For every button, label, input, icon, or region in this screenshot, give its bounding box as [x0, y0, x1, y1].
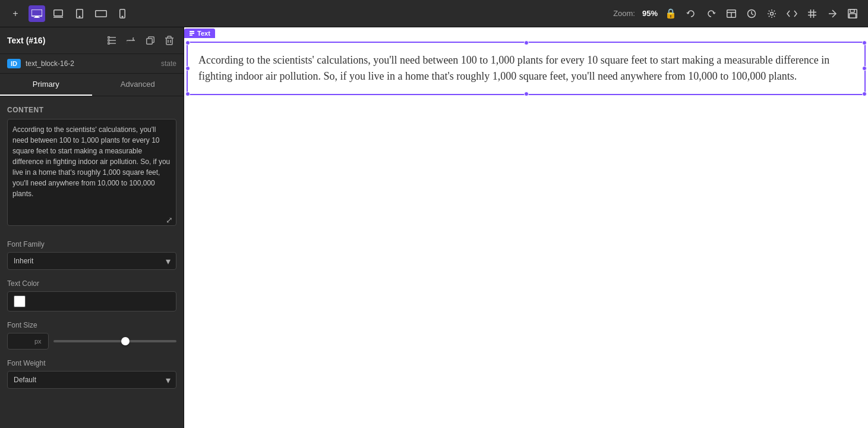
textarea-wrapper: According to the scientists' calculation… [7, 119, 176, 228]
svg-rect-30 [147, 39, 153, 45]
font-size-row: px [7, 333, 176, 350]
slider-track [53, 340, 176, 342]
zoom-label: Zoom: [613, 9, 635, 18]
svg-rect-22 [850, 14, 856, 18]
left-panel: Text (#16) ID state Primary Advanced [0, 27, 184, 428]
color-field[interactable] [7, 291, 176, 311]
content-textarea[interactable]: According to the scientists' calculation… [7, 119, 176, 226]
svg-rect-21 [850, 9, 854, 12]
slider-thumb[interactable] [121, 337, 130, 345]
svg-point-23 [108, 37, 110, 39]
content-field: Content According to the scientists' cal… [7, 106, 176, 228]
svg-rect-34 [190, 33, 194, 34]
lock-icon[interactable]: 🔒 [662, 5, 679, 22]
text-block[interactable]: According to the scientists' calculation… [187, 42, 866, 95]
tabs: Primary Advanced [0, 74, 184, 96]
wide-view-button[interactable] [93, 5, 109, 22]
text-label-badge: Text [184, 29, 215, 38]
link-icon[interactable] [124, 33, 138, 48]
color-swatch[interactable] [14, 295, 26, 307]
structure-icon[interactable] [105, 33, 119, 48]
font-weight-field: Font Weight Default Normal Bold Light [7, 359, 176, 389]
state-label: state [161, 59, 176, 68]
canvas-inner: Text According to the scientists' calcul… [184, 27, 868, 428]
id-badge: ID [7, 59, 21, 68]
font-family-field: Font Family Inherit Arial Georgia Helvet… [7, 240, 176, 270]
tab-primary[interactable]: Primary [0, 74, 92, 96]
font-size-input[interactable] [8, 333, 34, 349]
tablet-view-button[interactable] [71, 5, 88, 22]
element-header: Text (#16) [0, 27, 184, 54]
font-size-input-wrap: px [7, 333, 49, 350]
resize-handle-bc[interactable] [524, 92, 529, 96]
resize-handle-br[interactable] [862, 92, 867, 96]
svg-rect-35 [190, 34, 192, 36]
font-family-select-wrapper: Inherit Arial Georgia Helvetica Times Ne… [7, 252, 176, 270]
canvas-text-content: According to the scientists' calculation… [188, 43, 864, 94]
expand-icon[interactable]: ⤢ [166, 215, 173, 225]
id-row: ID state [0, 54, 184, 74]
content-label: Content [7, 106, 176, 114]
settings-icon[interactable] [763, 5, 780, 22]
font-weight-select-wrapper: Default Normal Bold Light [7, 371, 176, 389]
save-button[interactable] [844, 5, 861, 22]
layout-icon[interactable] [723, 5, 740, 22]
delete-icon[interactable] [162, 33, 176, 48]
resize-handle-bl[interactable] [185, 92, 190, 96]
panel-content: Content According to the scientists' cal… [0, 96, 184, 428]
text-color-label: Text Color [7, 279, 176, 288]
redo-button[interactable] [703, 5, 719, 22]
id-input[interactable] [26, 59, 156, 68]
text-color-field: Text Color [7, 279, 176, 311]
duplicate-icon[interactable] [143, 33, 157, 48]
text-block-container[interactable]: Text According to the scientists' calcul… [184, 42, 868, 95]
svg-point-6 [79, 16, 80, 17]
font-size-slider[interactable] [53, 335, 176, 347]
history-icon[interactable] [743, 5, 760, 22]
resize-handle-ml[interactable] [185, 66, 190, 71]
undo-button[interactable] [683, 5, 699, 22]
canvas-area[interactable]: Text According to the scientists' calcul… [184, 27, 868, 428]
svg-point-14 [771, 12, 774, 15]
svg-point-9 [122, 16, 123, 17]
monitor-view-button[interactable] [50, 5, 67, 22]
export-icon[interactable] [824, 5, 841, 22]
add-button[interactable]: + [7, 5, 24, 22]
resize-handle-tr[interactable] [862, 40, 867, 45]
svg-rect-7 [96, 10, 107, 17]
svg-point-25 [108, 43, 110, 45]
font-family-label: Font Family [7, 240, 176, 248]
zoom-value[interactable]: 95% [642, 9, 658, 18]
resize-handle-tl[interactable] [185, 40, 190, 45]
resize-handle-tc[interactable] [524, 40, 529, 45]
tab-advanced[interactable]: Advanced [92, 74, 184, 96]
font-size-unit: px [34, 338, 45, 345]
top-toolbar: + Zoom: 95% 🔒 [0, 0, 868, 27]
code-icon[interactable] [784, 5, 800, 22]
grid-icon[interactable] [804, 5, 820, 22]
svg-point-24 [108, 40, 110, 42]
font-family-select[interactable]: Inherit Arial Georgia Helvetica Times Ne… [7, 252, 176, 270]
svg-rect-2 [34, 17, 40, 18]
resize-handle-mr[interactable] [862, 66, 867, 71]
font-size-field: Font Size px [7, 321, 176, 350]
element-title: Text (#16) [7, 36, 100, 45]
svg-rect-0 [31, 10, 42, 16]
svg-rect-33 [190, 31, 194, 32]
font-weight-label: Font Weight [7, 359, 176, 367]
phone-view-button[interactable] [114, 5, 131, 22]
main-layout: Text (#16) ID state Primary Advanced [0, 27, 868, 428]
svg-rect-1 [35, 16, 39, 17]
font-weight-select[interactable]: Default Normal Bold Light [7, 371, 176, 389]
font-size-label: Font Size [7, 321, 176, 329]
svg-rect-3 [54, 10, 63, 15]
desktop-view-button[interactable] [29, 5, 45, 22]
